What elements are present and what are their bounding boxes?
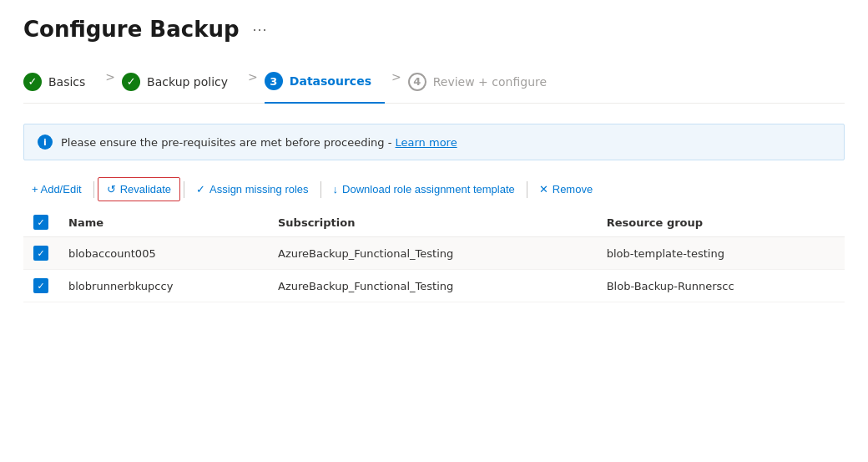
remove-button[interactable]: ✕ Remove: [531, 178, 601, 201]
step-backup-policy-label: Backup policy: [147, 75, 228, 89]
row-checkbox-cell: [23, 237, 58, 270]
step-review-icon: 4: [408, 73, 426, 91]
add-edit-button[interactable]: + Add/Edit: [23, 178, 90, 201]
info-banner: i Please ensure the pre-requisites are m…: [23, 124, 845, 160]
table-row: blobrunnerbkupccy AzureBackup_Functional…: [23, 270, 845, 302]
info-text: Please ensure the pre-requisites are met…: [61, 136, 457, 149]
step-separator-2: >: [248, 70, 258, 95]
row-name: blobrunnerbkupccy: [58, 270, 268, 302]
row-name: blobaccount005: [58, 237, 268, 270]
row-resource-group: Blob-Backup-Runnerscc: [597, 270, 845, 302]
info-text-content: Please ensure the pre-requisites are met…: [61, 136, 396, 149]
download-icon: ↓: [333, 183, 339, 195]
assign-roles-button[interactable]: ✓ Assign missing roles: [188, 178, 317, 201]
ellipsis-button[interactable]: ···: [248, 19, 273, 40]
header-name: Name: [58, 208, 268, 237]
download-button[interactable]: ↓ Download role assignment template: [325, 178, 523, 201]
step-separator-3: >: [391, 70, 401, 95]
toolbar-separator-3: [320, 181, 321, 198]
page-title: Configure Backup: [23, 17, 240, 42]
step-basics-label: Basics: [48, 75, 85, 89]
row-checkbox-cell: [23, 270, 58, 302]
revalidate-icon: ↺: [107, 183, 116, 195]
step-review-label: Review + configure: [433, 75, 547, 89]
step-basics[interactable]: ✓ Basics: [23, 63, 98, 103]
datasources-table: Name Subscription Resource group blobacc…: [23, 208, 845, 302]
toolbar-separator-4: [527, 181, 527, 198]
step-datasources-icon: 3: [265, 72, 283, 90]
step-backup-policy[interactable]: ✓ Backup policy: [122, 63, 241, 103]
step-review[interactable]: 4 Review + configure: [408, 63, 560, 103]
assign-roles-label: Assign missing roles: [209, 183, 309, 195]
wizard-steps: ✓ Basics > ✓ Backup policy > 3 Datasourc…: [23, 62, 845, 104]
download-label: Download role assignment template: [342, 183, 515, 195]
step-datasources-label: Datasources: [290, 74, 371, 88]
step-backup-policy-icon: ✓: [122, 73, 140, 91]
table-row: blobaccount005 AzureBackup_Functional_Te…: [23, 237, 845, 270]
header-subscription: Subscription: [268, 208, 597, 237]
learn-more-link[interactable]: Learn more: [396, 136, 457, 149]
info-icon: i: [38, 135, 53, 150]
toolbar-separator-2: [184, 181, 184, 198]
header-checkbox[interactable]: [33, 215, 48, 230]
step-separator-1: >: [105, 70, 115, 95]
row-subscription: AzureBackup_Functional_Testing: [268, 270, 597, 302]
row-checkbox[interactable]: [33, 278, 48, 293]
revalidate-label: Revalidate: [120, 183, 171, 195]
page-title-row: Configure Backup ···: [23, 17, 845, 42]
row-subscription: AzureBackup_Functional_Testing: [268, 237, 597, 270]
assign-roles-icon: ✓: [196, 183, 205, 195]
toolbar-separator-1: [93, 181, 94, 198]
header-resource-group: Resource group: [597, 208, 845, 237]
remove-label: Remove: [553, 183, 593, 195]
remove-icon: ✕: [539, 183, 548, 195]
header-checkbox-cell: [23, 208, 58, 237]
toolbar: + Add/Edit ↺ Revalidate ✓ Assign missing…: [23, 177, 845, 201]
step-datasources[interactable]: 3 Datasources: [265, 62, 385, 104]
revalidate-button[interactable]: ↺ Revalidate: [98, 177, 180, 201]
row-checkbox[interactable]: [33, 246, 48, 261]
step-basics-icon: ✓: [23, 73, 42, 91]
page-container: Configure Backup ··· ✓ Basics > ✓ Backup…: [0, 0, 868, 319]
table-header-row: Name Subscription Resource group: [23, 208, 845, 237]
row-resource-group: blob-template-testing: [597, 237, 845, 270]
